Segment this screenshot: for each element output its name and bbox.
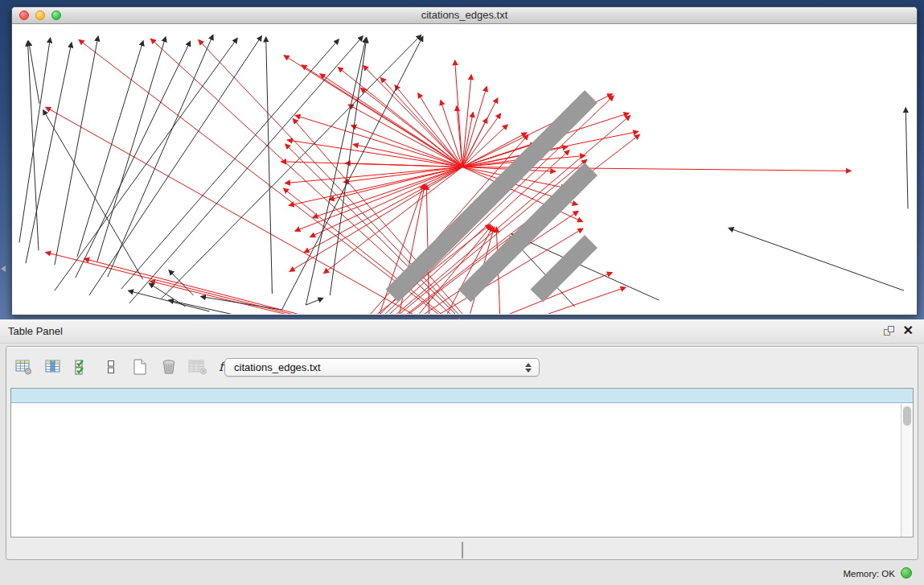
table-header-row	[11, 389, 913, 403]
table-tabs	[462, 542, 463, 558]
window-titlebar[interactable]: citations_edges.txt	[12, 7, 917, 24]
left-splitter-handle-icon[interactable]	[1, 266, 6, 272]
memory-status: Memory: OK	[843, 569, 895, 579]
select-rows-icon[interactable]	[71, 356, 92, 378]
table-toolbar: f (x)	[13, 353, 243, 381]
row-height-icon[interactable]	[100, 356, 121, 378]
table-options-icon[interactable]	[13, 356, 35, 378]
zoom-window-button[interactable]	[51, 10, 61, 20]
memory-indicator-icon[interactable]	[901, 567, 912, 579]
delete-icon[interactable]	[158, 356, 179, 378]
network-window: citations_edges.txt	[11, 6, 918, 315]
table-selector-value: citations_edges.txt	[234, 361, 321, 373]
vertical-scrollbar[interactable]	[901, 404, 913, 537]
status-bar: Memory: OK	[0, 562, 924, 585]
delete-table-icon	[187, 356, 208, 378]
close-panel-icon[interactable]: ✕	[903, 323, 914, 338]
table-selector-dropdown[interactable]: citations_edges.txt	[224, 358, 540, 377]
resize-grip-icon[interactable]	[13, 24, 916, 314]
table-panel-titlebar: Table Panel ✕	[0, 319, 924, 344]
node-table[interactable]	[10, 388, 914, 538]
new-document-icon[interactable]	[129, 356, 150, 378]
table-panel: Table Panel ✕	[0, 319, 924, 585]
dropdown-arrows-icon	[525, 363, 532, 373]
show-columns-icon[interactable]	[42, 356, 64, 378]
scrollbar-thumb[interactable]	[903, 406, 911, 426]
network-desktop: citations_edges.txt	[0, 0, 924, 319]
table-rows	[11, 404, 900, 537]
minimize-window-button[interactable]	[35, 10, 45, 20]
window-title: citations_edges.txt	[12, 7, 917, 23]
table-panel-body: f (x) citations_edges.txt	[6, 346, 918, 560]
table-panel-title: Table Panel	[8, 325, 63, 337]
close-window-button[interactable]	[19, 10, 29, 20]
float-panel-icon[interactable]	[884, 326, 895, 336]
network-canvas[interactable]	[13, 24, 916, 314]
